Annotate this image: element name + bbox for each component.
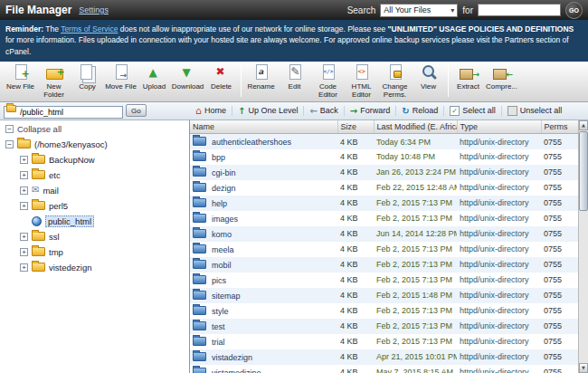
toolbar-label: View	[412, 82, 445, 91]
file-size: 4 KB	[337, 242, 374, 257]
column-header-size[interactable]: Size	[337, 120, 374, 134]
expand-icon[interactable]: +	[20, 156, 28, 164]
toolbar-download-button[interactable]: Download	[171, 63, 204, 91]
toolbar-move-file-button[interactable]: Move File	[104, 63, 138, 91]
expand-icon[interactable]: +	[20, 186, 28, 195]
file-row-pics[interactable]: pics4 KBFeb 2, 2015 7:13 PMhttpd/unix-di…	[190, 273, 578, 288]
toolbar-label: New File	[4, 82, 37, 91]
folder-icon	[32, 263, 45, 272]
file-name: mobil	[212, 261, 232, 270]
content-area: Collapse all −(/home3/kenyasoc)+BackupNo…	[0, 120, 588, 373]
expand-icon[interactable]: +	[20, 263, 28, 272]
sidebar-item-ssl[interactable]: +ssl	[20, 229, 189, 244]
file-name: test	[212, 322, 225, 331]
file-row-style[interactable]: style4 KBFeb 2, 2015 7:13 PMhttpd/unix-d…	[190, 303, 578, 319]
toolbar-html-editor-button[interactable]: HTML Editor	[345, 63, 378, 99]
pathbar-back-button[interactable]: Back	[304, 106, 344, 116]
search-go-button[interactable]: GO	[565, 2, 583, 19]
file-size: 4 KB	[337, 349, 374, 365]
toolbar-label: Extract	[451, 82, 485, 91]
file-perms: 0755	[541, 303, 578, 319]
collapse-all-button[interactable]: Collapse all	[0, 120, 189, 137]
file-modified: Feb 2, 2015 7:13 PM	[374, 273, 457, 288]
page-title: File Manager	[5, 4, 71, 16]
sidebar-item-mail[interactable]: +✉mail	[20, 183, 189, 198]
expand-icon[interactable]: +	[20, 248, 28, 256]
toolbar-edit-button[interactable]: Edit	[278, 63, 311, 91]
file-size: 4 KB	[337, 211, 374, 226]
pathbar-up-one-level-button[interactable]: Up One Level	[232, 106, 304, 116]
pathbar-forward-button[interactable]: Forward	[345, 106, 396, 116]
directory-tree: −(/home3/kenyasoc)+BackupNow+etc+✉mail+p…	[0, 137, 189, 275]
column-header-last-modified[interactable]: Last Modified (E. Africa S	[374, 120, 457, 134]
file-perms: 0755	[541, 196, 578, 211]
sidebar-item-etc[interactable]: +etc	[20, 167, 189, 183]
file-row-komo[interactable]: komo4 KBJun 14, 2014 12:28 PMhttpd/unix-…	[190, 226, 578, 242]
code-editor-icon	[317, 63, 340, 82]
file-row-authenticleathershoes[interactable]: authenticleathershoes4 KBToday 6:34 PMht…	[190, 134, 578, 149]
file-row-vistadezign[interactable]: vistadezign4 KBApr 21, 2015 10:01 PMhttp…	[190, 349, 578, 365]
toolbar-delete-button[interactable]: Delete	[204, 63, 238, 91]
file-row-images[interactable]: images4 KBFeb 2, 2015 7:13 PMhttpd/unix-…	[190, 211, 578, 226]
pathbar-select-all-button[interactable]: Select all	[444, 106, 502, 116]
sidebar-item-perl5[interactable]: +perl5	[20, 198, 189, 214]
search-input[interactable]	[478, 4, 561, 16]
scroll-down-icon[interactable]	[579, 363, 588, 373]
toolbar-label: Download	[171, 82, 204, 91]
file-row-meela[interactable]: meela4 KBFeb 2, 2015 7:13 PMhttpd/unix-d…	[190, 242, 578, 257]
file-row-bpp[interactable]: bpp4 KBToday 10:48 PMhttpd/unix-director…	[190, 149, 578, 165]
file-size: 4 KB	[337, 134, 374, 149]
toolbar-compress-button[interactable]: Compre...	[485, 63, 518, 91]
forward-icon	[350, 106, 357, 116]
toolbar-new-folder-button[interactable]: New Folder	[37, 63, 71, 99]
column-header-perms[interactable]: Perms	[541, 120, 578, 134]
pathbar-home-button[interactable]: Home	[190, 106, 232, 116]
file-row-trial[interactable]: trial4 KBFeb 2, 2015 7:13 PMhttpd/unix-d…	[190, 334, 578, 349]
sidebar-item-vistedezign[interactable]: +vistedezign	[20, 260, 189, 275]
file-row-vistamedizine[interactable]: vistamedizine4 KBMay 7, 2015 8:15 AMhttp…	[190, 365, 578, 373]
chevron-down-icon	[450, 5, 454, 14]
reload-icon	[402, 106, 409, 116]
expand-icon[interactable]: +	[20, 202, 28, 210]
sidebar-item-public-html[interactable]: public_html	[20, 214, 189, 229]
file-size: 4 KB	[337, 288, 374, 303]
settings-link[interactable]: Settings	[79, 5, 109, 14]
expand-icon[interactable]: +	[20, 233, 28, 241]
column-header-name[interactable]: Name	[190, 120, 337, 134]
file-row-help[interactable]: help4 KBFeb 2, 2015 7:13 PMhttpd/unix-di…	[190, 196, 578, 211]
file-perms: 0755	[541, 349, 578, 365]
toolbar-copy-button[interactable]: Copy	[71, 63, 104, 91]
toolbar-new-file-button[interactable]: New File	[4, 63, 37, 91]
sidebar-item-home3-kenyasoc[interactable]: −(/home3/kenyasoc)	[5, 137, 189, 152]
toolbar-upload-button[interactable]: Upload	[138, 63, 171, 91]
file-perms: 0755	[541, 273, 578, 288]
pathbar-reload-button[interactable]: Reload	[396, 106, 444, 116]
scroll-up-icon[interactable]	[579, 120, 588, 130]
file-row-sitemap[interactable]: sitemap4 KBFeb 2, 2015 1:48 PMhttpd/unix…	[190, 288, 578, 303]
collapse-icon[interactable]: −	[5, 140, 14, 148]
file-type: httpd/unix-directory	[457, 134, 541, 149]
sidebar-item-tmp[interactable]: +tmp	[20, 244, 189, 260]
copy-icon	[76, 63, 100, 82]
file-row-mobil[interactable]: mobil4 KBFeb 2, 2015 7:13 PMhttpd/unix-d…	[190, 257, 578, 273]
toolbar: New FileNew FolderCopyMove FileUploadDow…	[0, 62, 588, 102]
toolbar-extract-button[interactable]: Extract	[451, 63, 485, 91]
path-go-button[interactable]: Go	[126, 104, 147, 117]
toolbar-change-perms-button[interactable]: Change Perms.	[378, 63, 412, 99]
file-row-cgi-bin[interactable]: cgi-bin4 KBJan 26, 2013 2:24 PMhttpd/uni…	[190, 165, 578, 180]
file-size: 4 KB	[337, 334, 374, 349]
scrollbar-thumb[interactable]	[579, 131, 588, 211]
toolbar-view-button[interactable]: View	[412, 63, 445, 91]
toolbar-rename-button[interactable]: Rename	[244, 63, 278, 91]
toolbar-label: Delete	[204, 82, 238, 91]
path-input[interactable]	[4, 106, 123, 119]
toolbar-code-editor-button[interactable]: Code Editor	[311, 63, 345, 99]
sidebar-item-backupnow[interactable]: +BackupNow	[20, 152, 189, 167]
terms-of-service-link[interactable]: Terms of Service	[61, 24, 118, 33]
column-header-type[interactable]: Type	[457, 120, 541, 134]
expand-icon[interactable]: +	[20, 171, 28, 179]
file-row-dezign[interactable]: dezign4 KBFeb 22, 2015 12:48 AMhttpd/uni…	[190, 180, 578, 196]
search-scope-select[interactable]: All Your Files	[380, 4, 458, 17]
pathbar-unselect-all-button[interactable]: Unselect all	[502, 106, 568, 116]
file-row-test[interactable]: test4 KBFeb 2, 2015 7:13 PMhttpd/unix-di…	[190, 319, 578, 334]
